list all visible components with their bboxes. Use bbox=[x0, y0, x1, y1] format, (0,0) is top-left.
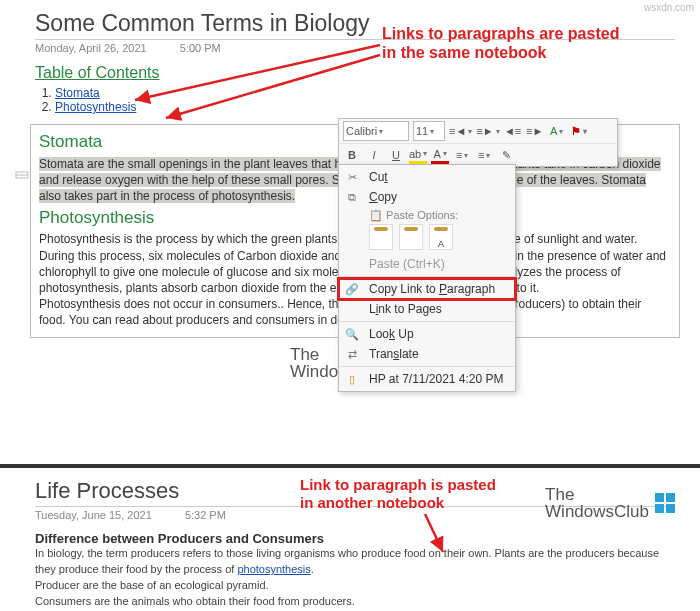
time-text: 5:00 PM bbox=[180, 42, 221, 54]
date-text: Monday, April 26, 2021 bbox=[35, 42, 147, 54]
format-painter-button[interactable]: ✎ bbox=[497, 146, 515, 164]
toc-link-stomata[interactable]: Stomata bbox=[55, 86, 100, 100]
underline-button[interactable]: U bbox=[387, 146, 405, 164]
svg-rect-9 bbox=[655, 493, 664, 502]
watermark: wsxdn.com bbox=[644, 2, 694, 13]
svg-rect-11 bbox=[655, 504, 664, 513]
svg-rect-12 bbox=[666, 504, 675, 513]
paste-icon: 📋 bbox=[369, 209, 383, 221]
menu-copy[interactable]: ⧉ Copy bbox=[339, 187, 515, 207]
search-icon: 🔍 bbox=[345, 327, 359, 341]
font-color-button[interactable]: A bbox=[431, 146, 449, 164]
annotation-links-same-notebook: Links to paragraphs are pasted in the sa… bbox=[382, 24, 619, 62]
bullet-list-button[interactable]: ≡ bbox=[453, 146, 471, 164]
font-family-select[interactable]: Calibri bbox=[343, 121, 409, 141]
indent-button[interactable]: ≡► bbox=[526, 122, 544, 140]
note-icon: ▯ bbox=[345, 372, 359, 386]
context-menu: ✂ Cut ⧉ Copy 📋 Paste Options: A Paste (C… bbox=[338, 164, 516, 392]
toc-heading: Table of Contents bbox=[35, 64, 675, 82]
annotation-link-another-notebook: Link to paragraph is pasted in another n… bbox=[300, 476, 496, 512]
tag-button[interactable]: ⚑ bbox=[570, 122, 588, 140]
menu-paste-shortcut: Paste (Ctrl+K) bbox=[339, 254, 515, 274]
menu-author-note[interactable]: ▯ HP at 7/11/2021 4:20 PM bbox=[339, 369, 515, 389]
bold-button[interactable]: B bbox=[343, 146, 361, 164]
indent-increase-button[interactable]: ≡► bbox=[476, 122, 499, 140]
indent-decrease-button[interactable]: ≡◄ bbox=[449, 122, 472, 140]
cut-icon: ✂ bbox=[345, 170, 359, 184]
brand-logo-2: The WindowsClub bbox=[545, 486, 675, 520]
toc-item-2: Photosynthesis bbox=[55, 100, 675, 114]
number-list-button[interactable]: ≡ bbox=[475, 146, 493, 164]
link-photosynthesis[interactable]: photosynthesis bbox=[237, 563, 310, 575]
toc-list: Stomata Photosynthesis bbox=[55, 86, 675, 114]
highlight-button[interactable]: ab bbox=[409, 146, 427, 164]
font-size-select[interactable]: 11 bbox=[413, 121, 445, 141]
paste-text-only[interactable]: A bbox=[429, 224, 453, 250]
styles-button[interactable]: A bbox=[548, 122, 566, 140]
paste-keep-formatting[interactable] bbox=[369, 224, 393, 250]
link-icon: 🔗 bbox=[345, 282, 359, 296]
toc-link-photosynthesis[interactable]: Photosynthesis bbox=[55, 100, 136, 114]
menu-look-up[interactable]: 🔍 Look Up bbox=[339, 324, 515, 344]
paragraph-handle-icon[interactable] bbox=[15, 168, 29, 186]
body-paragraphs: In biology, the term producers refers to… bbox=[35, 546, 675, 611]
svg-rect-10 bbox=[666, 493, 675, 502]
menu-link-to-pages[interactable]: Link to Pages bbox=[339, 299, 515, 319]
outdent-button[interactable]: ◄≡ bbox=[504, 122, 522, 140]
menu-copy-link-to-paragraph[interactable]: 🔗 Copy Link to Paragraph bbox=[339, 279, 515, 299]
mini-toolbar: Calibri 11 ≡◄ ≡► ◄≡ ≡► A ⚑ B I U ab A ≡ … bbox=[338, 118, 618, 167]
page-divider bbox=[0, 464, 700, 468]
italic-button[interactable]: I bbox=[365, 146, 383, 164]
menu-cut[interactable]: ✂ Cut bbox=[339, 167, 515, 187]
paste-options-label: 📋 Paste Options: bbox=[339, 207, 515, 222]
subheading-producers-consumers: Difference between Producers and Consume… bbox=[35, 531, 675, 546]
toc-item-1: Stomata bbox=[55, 86, 675, 100]
translate-icon: ⇄ bbox=[345, 347, 359, 361]
paste-merge-formatting[interactable] bbox=[399, 224, 423, 250]
windows-logo-icon-2 bbox=[655, 493, 675, 513]
menu-translate[interactable]: ⇄ Translate bbox=[339, 344, 515, 364]
copy-icon: ⧉ bbox=[345, 190, 359, 204]
